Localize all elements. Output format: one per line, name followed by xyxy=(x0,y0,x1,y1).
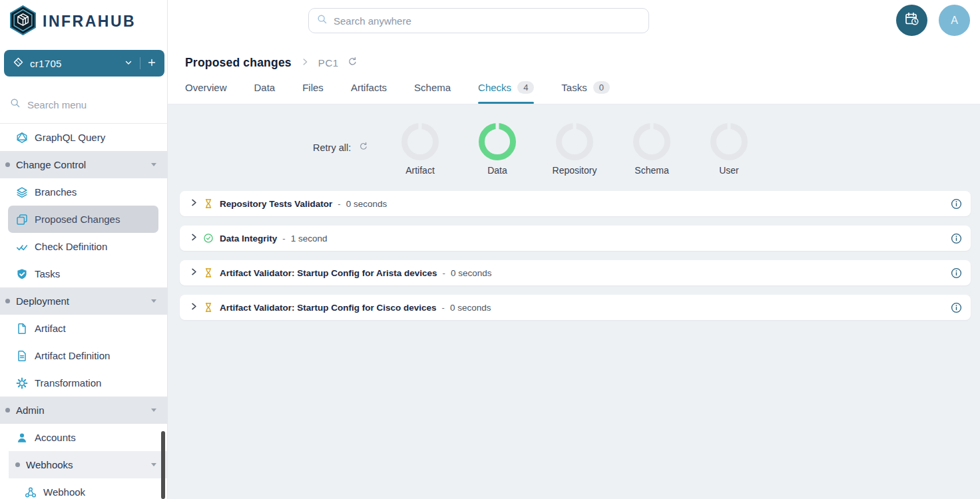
chevron-down-icon[interactable] xyxy=(124,58,133,69)
tab-overview[interactable]: Overview xyxy=(185,81,227,104)
chevron-down-icon[interactable] xyxy=(151,299,156,303)
sidebar-group-change-control[interactable]: Change Control xyxy=(0,151,167,178)
sidebar-group-label: Deployment xyxy=(16,295,69,307)
sidebar-search-input[interactable] xyxy=(27,99,147,110)
sidebar-item-tasks[interactable]: Tasks xyxy=(0,260,167,287)
progress-ring-icon xyxy=(556,123,593,160)
sidebar: INFRAHUB cr1705 GraphQL xyxy=(0,0,168,499)
tab-schema[interactable]: Schema xyxy=(414,81,451,104)
divider xyxy=(140,57,140,69)
retry-all: Retry all: xyxy=(313,142,368,153)
search-icon xyxy=(317,14,328,27)
tasks-icon xyxy=(16,268,28,280)
hourglass-icon xyxy=(203,198,214,209)
chevron-right-icon[interactable] xyxy=(190,267,198,279)
tab-files[interactable]: Files xyxy=(302,81,324,104)
tab-checks[interactable]: Checks 4 xyxy=(478,81,534,104)
tab-tasks[interactable]: Tasks 0 xyxy=(561,81,610,104)
info-icon[interactable] xyxy=(951,302,962,313)
sidebar-item-label: Check Definition xyxy=(35,241,107,252)
validator-name: Repository Tests Validator xyxy=(220,199,332,209)
progress-ring-icon xyxy=(710,123,748,160)
validator-duration: 0 seconds xyxy=(346,199,387,209)
chevron-right-icon xyxy=(300,57,310,69)
sidebar-item-branches[interactable]: Branches xyxy=(0,178,167,206)
info-icon[interactable] xyxy=(951,198,962,210)
validator-name: Artifact Validator: Startup Config for A… xyxy=(220,268,437,278)
webhook-icon xyxy=(25,486,37,498)
progress-ring-icon xyxy=(633,123,670,160)
sidebar-group-label: Change Control xyxy=(16,159,86,170)
sidebar-item-webhook[interactable]: Webhook xyxy=(0,478,167,499)
sidebar-item-accounts[interactable]: Accounts xyxy=(0,424,167,451)
sidebar-item-label: Webhook xyxy=(43,486,85,498)
sidebar-group-admin[interactable]: Admin xyxy=(0,397,167,424)
tab-data[interactable]: Data xyxy=(254,81,276,104)
tab-artifacts[interactable]: Artifacts xyxy=(351,81,387,104)
ring-schema[interactable]: Schema xyxy=(613,123,690,176)
validator-summary-rings: Artifact Data Repository Schema User xyxy=(381,123,768,176)
tasks-count-badge: 0 xyxy=(593,81,610,94)
check-circle-icon xyxy=(203,233,214,244)
chevron-down-icon[interactable] xyxy=(151,163,156,166)
global-search-input[interactable] xyxy=(334,15,640,27)
sidebar-item-label: GraphQL Query xyxy=(35,132,105,143)
app-root: INFRAHUB cr1705 GraphQL xyxy=(0,0,980,499)
chevron-right-icon[interactable] xyxy=(190,232,198,244)
refresh-icon xyxy=(359,142,368,153)
checks-panel: Retry all: Artifact Data Repository xyxy=(168,104,980,499)
schedule-button[interactable] xyxy=(896,5,927,36)
sidebar-subgroup-webhooks[interactable]: Webhooks xyxy=(9,451,167,478)
avatar-initial: A xyxy=(951,15,958,27)
ring-user[interactable]: User xyxy=(690,123,768,176)
validator-name: Data Integrity xyxy=(220,234,277,244)
brand-logo[interactable]: INFRAHUB xyxy=(0,0,167,38)
ring-repository[interactable]: Repository xyxy=(536,123,613,176)
refresh-icon[interactable] xyxy=(348,57,358,69)
sidebar-group-deployment[interactable]: Deployment xyxy=(0,287,167,315)
progress-ring-success-icon xyxy=(479,123,516,160)
retry-all-button[interactable] xyxy=(359,142,368,153)
validator-row-data-integrity[interactable]: Data Integrity - 1 second xyxy=(180,226,971,251)
sidebar-item-proposed-changes[interactable]: Proposed Changes xyxy=(8,206,158,233)
validator-duration: 0 seconds xyxy=(451,268,492,278)
tab-bar: Overview Data Files Artifacts Schema Che… xyxy=(185,81,610,104)
user-avatar[interactable]: A xyxy=(939,5,970,36)
chevron-down-icon[interactable] xyxy=(151,409,156,412)
artifact-icon xyxy=(16,323,28,335)
validator-row-repository-tests[interactable]: Repository Tests Validator - 0 seconds xyxy=(180,191,971,216)
sidebar-item-artifact-definition[interactable]: Artifact Definition xyxy=(0,342,167,369)
sidebar-item-transformation[interactable]: Transformation xyxy=(0,369,167,397)
sidebar-item-label: Proposed Changes xyxy=(35,214,120,225)
graphql-icon xyxy=(16,132,28,144)
chevron-right-icon[interactable] xyxy=(190,198,198,210)
sidebar-group-label: Admin xyxy=(16,405,45,416)
progress-ring-icon xyxy=(401,123,439,160)
ring-artifact[interactable]: Artifact xyxy=(381,123,459,176)
sidebar-item-check-definition[interactable]: Check Definition xyxy=(0,233,167,260)
sidebar-item-label: Branches xyxy=(35,186,77,198)
branch-selector-button[interactable]: cr1705 xyxy=(4,50,164,77)
sidebar-item-label: Artifact Definition xyxy=(35,350,110,361)
search-icon xyxy=(10,98,21,111)
ring-data[interactable]: Data xyxy=(459,123,536,176)
chevron-down-icon[interactable] xyxy=(151,463,156,466)
add-branch-icon[interactable] xyxy=(147,58,156,69)
branches-icon xyxy=(16,186,28,198)
sidebar-item-artifact[interactable]: Artifact xyxy=(0,315,167,342)
validator-row-artifact-arista[interactable]: Artifact Validator: Startup Config for A… xyxy=(180,260,971,285)
breadcrumb-item[interactable]: PC1 xyxy=(318,57,339,69)
sidebar-item-graphql-query[interactable]: GraphQL Query xyxy=(0,124,167,151)
validator-row-artifact-cisco[interactable]: Artifact Validator: Startup Config for C… xyxy=(180,295,971,320)
page-header: Proposed changes PC1 Overview Data Files… xyxy=(168,41,980,104)
infrahub-hexagon-logo-icon xyxy=(9,5,37,38)
global-search[interactable] xyxy=(308,8,649,33)
info-icon[interactable] xyxy=(951,267,962,279)
calendar-clock-icon xyxy=(904,11,920,29)
chevron-right-icon[interactable] xyxy=(190,301,198,313)
checks-count-badge: 4 xyxy=(517,81,534,94)
info-icon[interactable] xyxy=(951,233,962,244)
sidebar-menu: GraphQL Query Change Control Branches Pr… xyxy=(0,123,167,499)
sidebar-search[interactable] xyxy=(0,93,168,116)
sidebar-scrollbar[interactable] xyxy=(161,431,165,499)
